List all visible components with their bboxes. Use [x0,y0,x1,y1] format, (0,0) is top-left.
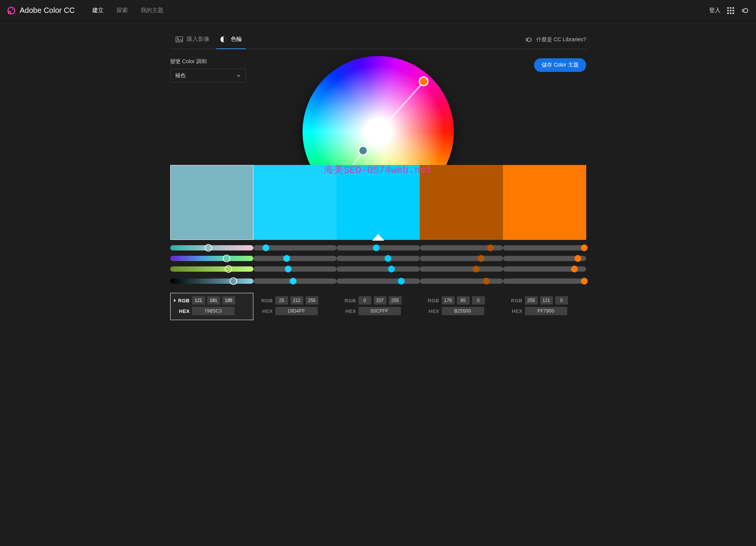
base-color-pointer-icon [372,234,384,241]
swatch[interactable] [420,165,503,240]
slider-handle[interactable] [385,255,391,262]
apps-grid-icon[interactable] [727,7,734,14]
tab-import-label: 匯入影像 [187,36,210,43]
bri-slider[interactable] [170,266,253,272]
sat-slider[interactable] [420,256,503,261]
slider-handle[interactable] [388,266,395,272]
slider-handle[interactable] [571,266,578,272]
hue-slider[interactable] [503,245,586,250]
hex-label: HEX [173,308,190,314]
slider-handle[interactable] [225,265,232,273]
hex-value[interactable]: 19D4FF [275,307,318,315]
swatch[interactable] [253,165,337,240]
rgb-label: RGB [178,298,189,303]
rgb-label: RGB [428,298,439,303]
hue-slider[interactable] [253,245,337,250]
bri-slider[interactable] [420,266,503,272]
slider-handle[interactable] [398,278,405,285]
hex-value[interactable]: FF7900 [525,307,567,315]
val-slider[interactable] [420,278,503,284]
slider-handle[interactable] [574,255,581,262]
sat-slider[interactable] [337,256,420,261]
sat-slider[interactable] [170,256,253,261]
slider-handle[interactable] [205,244,212,252]
nav-my-themes[interactable]: 我的主題 [141,7,163,14]
slider-handle[interactable] [473,266,480,272]
login-link[interactable]: 登入 [709,7,720,14]
hex-label: HEX [340,308,356,314]
svg-rect-3 [727,7,729,9]
val-slider[interactable] [503,278,586,284]
hex-label: HEX [256,308,273,314]
nav-explore[interactable]: 探索 [116,7,128,14]
sat-slider[interactable] [253,256,337,261]
svg-rect-7 [730,10,731,11]
slider-handle[interactable] [487,244,494,251]
creative-cloud-icon[interactable] [741,6,749,15]
rgb-value[interactable]: 0 [359,296,371,305]
slider-handle[interactable] [285,266,292,272]
rgb-value[interactable]: 121 [192,296,205,305]
val-slider[interactable] [253,278,337,284]
expand-arrow-icon[interactable] [174,299,177,302]
rgb-value[interactable]: 178 [442,296,455,305]
svg-point-0 [8,7,15,14]
cc-libraries-link[interactable]: 什麼是 CC Libraries? [525,31,586,49]
wheel-handle[interactable] [419,76,428,86]
nav-create[interactable]: 建立 [92,7,104,14]
slider-handle[interactable] [223,255,230,262]
brand-name: Adobe Color CC [20,6,75,15]
image-icon [175,36,183,42]
swatch[interactable] [337,165,420,240]
val-slider[interactable] [170,278,253,284]
swatch[interactable] [170,165,253,240]
rgb-value[interactable]: 212 [290,296,303,305]
value-column: RGB25212255HEX19D4FF [253,293,337,320]
hue-slider[interactable] [170,245,253,250]
slider-handle[interactable] [230,277,237,285]
slider-handle[interactable] [483,278,490,285]
rgb-value[interactable]: 121 [540,296,553,305]
swatch[interactable] [503,165,586,240]
hex-value[interactable]: 79B5C3 [192,307,234,315]
rgb-value[interactable]: 0 [555,296,568,305]
hue-slider[interactable] [337,245,420,250]
rgb-value[interactable]: 255 [525,296,538,305]
rgb-value[interactable]: 181 [207,296,220,305]
svg-rect-4 [730,7,731,9]
rgb-value[interactable]: 255 [389,296,402,305]
slider-handle[interactable] [262,244,269,251]
rgb-value[interactable]: 85 [457,296,470,305]
tab-color-wheel[interactable]: 色輪 [215,30,247,49]
sub-tabs: 匯入影像 色輪 什麼是 CC Libraries? [170,30,586,49]
bri-slider[interactable] [337,266,420,272]
slider-handle[interactable] [581,244,588,251]
slider-handle[interactable] [283,255,290,262]
svg-point-2 [12,8,13,9]
value-column: RGB178850HEXB25500 [420,293,503,320]
rgb-value[interactable]: 255 [306,296,318,305]
bri-slider[interactable] [503,266,586,272]
rgb-value[interactable]: 195 [222,296,235,305]
slider-handle[interactable] [581,278,588,285]
value-grid: RGB121181195HEX79B5C3RGB25212255HEX19D4F… [170,293,586,320]
hue-slider[interactable] [420,245,503,250]
tab-import-image[interactable]: 匯入影像 [170,30,215,49]
brand: Adobe Color CC [7,6,75,15]
rgb-value[interactable]: 207 [374,296,387,305]
svg-rect-9 [727,12,729,14]
hex-value[interactable]: B25500 [442,307,484,315]
sat-slider[interactable] [503,256,586,261]
rgb-value[interactable]: 25 [275,296,288,305]
cc-libraries-label: 什麼是 CC Libraries? [536,36,586,43]
slider-handle[interactable] [478,255,484,262]
slider-handle[interactable] [290,278,297,285]
hex-label: HEX [423,308,439,314]
val-slider[interactable] [337,278,420,284]
rgb-value[interactable]: 0 [472,296,485,305]
svg-rect-8 [733,10,734,11]
wheel-handle[interactable] [358,146,368,156]
bri-slider[interactable] [253,266,337,272]
slider-handle[interactable] [373,244,380,251]
hex-value[interactable]: 00CFFF [359,307,401,315]
